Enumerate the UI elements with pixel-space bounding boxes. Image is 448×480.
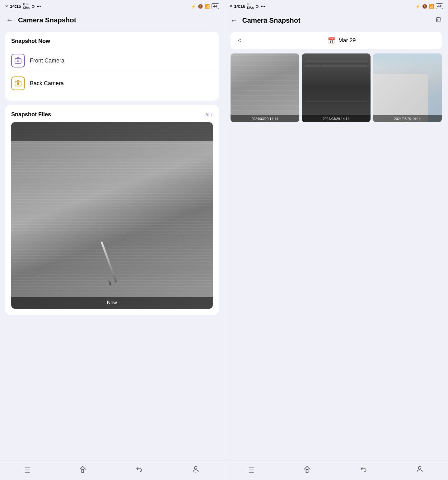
calendar-icon: 📅 <box>328 37 335 44</box>
date-display: 📅 Mar 29 <box>246 37 437 44</box>
keyboard-keys <box>305 60 367 95</box>
right-back-nav-button[interactable] <box>359 465 367 475</box>
left-status-bar: ✕ 14:15 0.00 KB/s ⊙ ••• ⚡ 🔕 📶 44 <box>0 0 224 12</box>
snapshot-dark-top <box>11 122 213 141</box>
dual-bottom-nav: ☰ ☰ <box>0 460 448 480</box>
left-time: 14:15 <box>10 4 21 9</box>
right-status-right: ⚡ 🔕 📶 44 <box>415 3 443 9</box>
front-camera-icon <box>11 54 25 67</box>
left-header: ← Camera Snapshot <box>0 12 224 28</box>
left-bluetooth-icon: ⚡ <box>191 4 196 9</box>
right-home-button[interactable] <box>303 465 311 475</box>
right-battery-icon: 44 <box>436 3 443 9</box>
left-settings-icon: ⊙ <box>31 4 35 9</box>
files-header: Snapshot Files All › <box>11 111 213 118</box>
left-back-nav-button[interactable] <box>135 465 143 475</box>
left-bell-icon: 🔕 <box>198 4 203 9</box>
left-kb-speed: 0.00 KB/s <box>23 2 30 10</box>
chevron-right-icon: › <box>211 112 213 117</box>
front-camera-item[interactable]: Front Camera <box>11 49 213 72</box>
photo-timestamp-1: 2024/03/29 14:14 <box>231 115 299 122</box>
left-menu-button[interactable]: ☰ <box>24 466 30 474</box>
right-wifi-icon: 📶 <box>429 4 434 9</box>
photo-thumb-1[interactable]: 2024/03/29 14:14 <box>231 53 299 122</box>
left-page-title: Camera Snapshot <box>18 16 218 24</box>
snapshot-now-card: Snapshot Now Front Camera <box>5 32 219 101</box>
photo-thumb-2[interactable]: 2024/03/29 14:14 <box>302 53 371 122</box>
left-status-left: ✕ 14:15 0.00 KB/s ⊙ ••• <box>5 2 41 10</box>
left-status-right: ⚡ 🔕 📶 44 <box>191 3 219 9</box>
left-back-button[interactable]: ← <box>6 16 13 24</box>
left-content: Snapshot Now Front Camera <box>0 28 224 460</box>
date-picker-row: < 📅 Mar 29 <box>231 32 442 49</box>
svg-point-1 <box>17 60 19 62</box>
svg-rect-5 <box>82 469 84 473</box>
right-header: ← Camera Snapshot <box>224 12 448 28</box>
left-battery-icon: 44 <box>212 3 219 9</box>
snapshot-texture <box>11 122 213 309</box>
photo-texture-1 <box>231 53 299 122</box>
date-prev-button[interactable]: < <box>236 36 244 45</box>
back-camera-label: Back Camera <box>30 80 64 87</box>
back-camera-icon <box>11 76 25 90</box>
svg-point-11 <box>418 466 421 469</box>
right-screen: ✕ 14:16 0.10 KB/s ⊙ ••• ⚡ 🔕 📶 44 ← Camer… <box>224 0 448 460</box>
right-more-icon: ••• <box>261 4 265 9</box>
right-status-left: ✕ 14:16 0.10 KB/s ⊙ ••• <box>229 2 265 10</box>
photo-grid: 2024/03/29 14:14 <box>229 53 443 122</box>
snapshot-files-card: Snapshot Files All › Now <box>5 105 219 315</box>
keyboard-spacebar <box>305 101 367 102</box>
right-menu-button[interactable]: ☰ <box>248 466 254 474</box>
snapshot-image-container[interactable]: Now <box>11 122 213 309</box>
right-bottom-nav: ☰ <box>224 460 448 480</box>
photo-thumb-3[interactable]: 2024/03/29 14:14 <box>373 53 442 122</box>
trash-button[interactable] <box>435 16 442 25</box>
all-files-button[interactable]: All › <box>205 112 213 117</box>
right-close-icon: ✕ <box>229 4 232 8</box>
left-close-icon: ✕ <box>5 4 8 8</box>
photo-timestamp-2: 2024/03/29 14:14 <box>302 115 371 122</box>
svg-point-4 <box>18 83 18 84</box>
right-person-button[interactable] <box>416 465 424 475</box>
snapshot-files-title: Snapshot Files <box>11 111 51 118</box>
back-camera-item[interactable]: Back Camera <box>11 72 213 95</box>
svg-rect-0 <box>15 59 21 63</box>
left-more-icon: ••• <box>37 4 41 9</box>
svg-point-6 <box>194 466 197 469</box>
photo-bg-2 <box>302 53 371 122</box>
right-back-button[interactable]: ← <box>231 16 237 25</box>
right-time: 14:16 <box>234 4 245 9</box>
photo-timestamp-3: 2024/03/29 14:14 <box>373 115 442 122</box>
svg-rect-10 <box>306 469 308 473</box>
left-home-button[interactable] <box>79 465 87 475</box>
right-kb-speed: 0.10 KB/s <box>247 2 254 10</box>
snapshot-label: Now <box>11 297 213 309</box>
right-status-bar: ✕ 14:16 0.10 KB/s ⊙ ••• ⚡ 🔕 📶 44 <box>224 0 448 12</box>
front-camera-label: Front Camera <box>30 58 64 64</box>
left-screen: ✕ 14:15 0.00 KB/s ⊙ ••• ⚡ 🔕 📶 44 ← Camer… <box>0 0 224 460</box>
right-page-title: Camera Snapshot <box>242 16 430 25</box>
right-bluetooth-icon: ⚡ <box>415 4 420 9</box>
snapshot-image: Now <box>11 122 213 309</box>
right-settings-icon: ⊙ <box>255 4 259 9</box>
photo-bg-3 <box>373 53 442 122</box>
left-wifi-icon: 📶 <box>205 4 210 9</box>
left-bottom-nav: ☰ <box>0 460 224 480</box>
right-bell-icon: 🔕 <box>422 4 427 9</box>
photo-bg-1 <box>231 53 299 122</box>
photo-wall <box>373 74 428 122</box>
date-text: Mar 29 <box>338 37 356 44</box>
snapshot-now-title: Snapshot Now <box>11 38 213 44</box>
right-content: < 📅 Mar 29 2024/03/29 14:14 <box>224 28 448 460</box>
left-person-button[interactable] <box>192 465 200 475</box>
